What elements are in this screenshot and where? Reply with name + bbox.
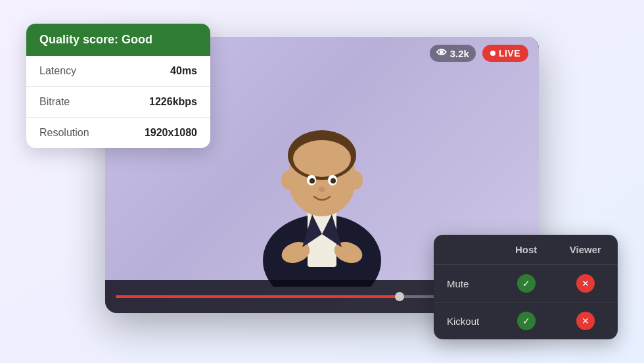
progress-bar-fill	[116, 295, 400, 298]
kickout-viewer-value: ✕	[553, 302, 618, 340]
permissions-host-col: Host	[499, 235, 553, 265]
svg-point-5	[281, 171, 294, 189]
resolution-value: 1920x1080	[116, 118, 210, 149]
kickout-label: Kickout	[434, 302, 499, 340]
permissions-action-col	[434, 235, 499, 265]
permissions-viewer-col: Viewer	[553, 235, 618, 265]
progress-thumb	[395, 292, 404, 301]
mute-label: Mute	[434, 265, 499, 302]
quality-row-bitrate: Bitrate 1226kbps	[26, 87, 210, 118]
svg-point-4	[293, 140, 351, 177]
svg-point-9	[310, 178, 315, 183]
mute-host-check-icon: ✓	[517, 274, 536, 293]
permissions-card: Host Viewer Mute ✓ ✕ Kickout	[434, 235, 618, 339]
permissions-row-mute: Mute ✓ ✕	[434, 265, 618, 302]
quality-row-resolution: Resolution 1920x1080	[26, 118, 210, 149]
bitrate-label: Bitrate	[26, 87, 116, 118]
permissions-row-kickout: Kickout ✓ ✕	[434, 302, 618, 340]
permissions-header-row: Host Viewer	[434, 235, 618, 265]
quality-score-card: Quality score: Good Latency 40ms Bitrate…	[26, 24, 210, 148]
kickout-host-value: ✓	[499, 302, 553, 340]
live-badge: LIVE	[482, 45, 528, 62]
scene: 👁 3.2k LIVE ⛶ Quality score: Good Late	[26, 17, 618, 346]
kickout-host-check-icon: ✓	[517, 312, 536, 330]
bitrate-value: 1226kbps	[116, 87, 210, 118]
eye-icon: 👁	[436, 47, 447, 59]
quality-score-header: Quality score: Good	[26, 24, 210, 56]
mute-host-value: ✓	[499, 265, 553, 302]
viewer-count-value: 3.2k	[450, 48, 469, 59]
live-label: LIVE	[499, 48, 520, 59]
latency-label: Latency	[26, 56, 116, 87]
person-illustration	[217, 76, 427, 287]
kickout-viewer-cross-icon: ✕	[576, 312, 595, 330]
viewer-count: 👁 3.2k	[430, 45, 476, 62]
quality-table: Latency 40ms Bitrate 1226kbps Resolution…	[26, 56, 210, 148]
latency-value: 40ms	[116, 56, 210, 87]
mute-viewer-cross-icon: ✕	[576, 274, 595, 293]
svg-point-6	[350, 171, 363, 189]
permissions-table: Host Viewer Mute ✓ ✕ Kickout	[434, 235, 618, 339]
svg-point-10	[331, 178, 336, 183]
video-topbar: 👁 3.2k LIVE	[430, 45, 528, 62]
live-dot-indicator	[490, 51, 495, 56]
mute-viewer-value: ✕	[553, 265, 618, 302]
svg-point-11	[319, 187, 325, 192]
quality-row-latency: Latency 40ms	[26, 56, 210, 87]
resolution-label: Resolution	[26, 118, 116, 149]
